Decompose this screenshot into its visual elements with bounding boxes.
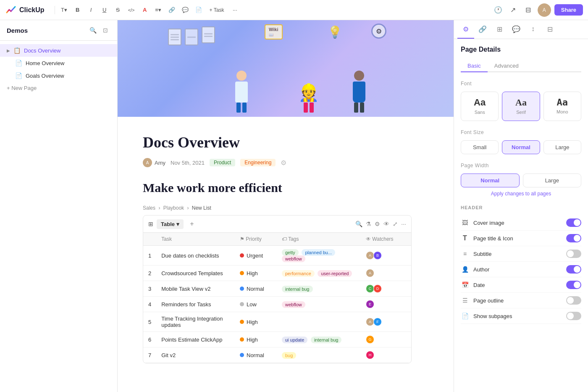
- panel-tab-settings[interactable]: ⚙: [457, 20, 474, 39]
- caret-icon: ▶: [7, 48, 10, 53]
- content-area: Wiki📖 💡 ⚙ 👷: [118, 20, 454, 392]
- font-option-sans[interactable]: Aa Sans: [461, 92, 499, 121]
- user-avatar: A: [538, 3, 551, 17]
- expand-icon[interactable]: ⤢: [393, 221, 398, 227]
- illus-doc3: [185, 29, 198, 45]
- toggle-author[interactable]: [566, 265, 581, 274]
- watchers-cell: E: [361, 297, 411, 312]
- sidebar-item-home-overview[interactable]: 📄 Home Overview: [0, 57, 117, 69]
- panel-tab-view[interactable]: ⊟: [541, 20, 558, 39]
- watcher-avatar: C: [366, 284, 374, 293]
- priority-cell: Low: [235, 297, 277, 312]
- font-option-mono[interactable]: Aa Mono: [543, 92, 581, 121]
- collapse-btn[interactable]: ⊡: [100, 25, 110, 35]
- toggle-subtitle[interactable]: [566, 250, 581, 258]
- link-btn[interactable]: 🔗: [166, 4, 178, 16]
- strikethrough-btn[interactable]: S: [112, 4, 124, 16]
- width-large[interactable]: Large: [523, 174, 582, 187]
- person3: [353, 71, 365, 113]
- priority-dot: [240, 253, 244, 258]
- search-btn[interactable]: 🔍: [88, 25, 98, 35]
- table-view-label: Table: [161, 221, 175, 227]
- text-format-btn[interactable]: T▾: [58, 4, 70, 16]
- breadcrumb: Sales › Playbook › New List: [143, 205, 412, 211]
- panel-sub-tab-advanced[interactable]: Advanced: [488, 60, 525, 72]
- tags-cell: bug: [277, 347, 361, 363]
- toolbar: ClickUp T▾ B I U S </> A ≡▾ 🔗 💬 📄 + Task…: [0, 0, 588, 20]
- toggle-outline[interactable]: [566, 296, 581, 305]
- row-num: 5: [143, 312, 156, 332]
- doc-date: Nov 5th, 2021: [171, 160, 205, 166]
- toggle-title[interactable]: [566, 234, 581, 242]
- panel-tab-comment[interactable]: 💬: [508, 20, 525, 39]
- filter-icon[interactable]: ⚗: [366, 221, 371, 227]
- table-add-view-btn[interactable]: +: [187, 219, 197, 229]
- toggle-cover[interactable]: [566, 218, 581, 227]
- workspace-title: Demos: [7, 27, 28, 34]
- sidebar-item-goals-overview[interactable]: 📄 Goals Overview: [0, 69, 117, 82]
- priority-cell: High: [235, 312, 277, 332]
- doc-btn[interactable]: 📄: [193, 4, 205, 16]
- sidebar-nav: ▶ 📋 Docs Overview 📄 Home Overview 📄 Goal…: [0, 41, 117, 97]
- font-option-serif[interactable]: Aa Serif: [502, 92, 540, 121]
- right-panel: ⚙ 🔗 ⊞ 💬 ↕ ⊟ Page Details Basic Advanced …: [454, 20, 588, 392]
- size-small[interactable]: Small: [461, 140, 499, 154]
- settings-icon[interactable]: ⚙: [281, 159, 286, 167]
- col-watchers: 👁 Watchers: [361, 233, 411, 246]
- new-page-item[interactable]: + New Page: [0, 82, 117, 94]
- breadcrumb-current: New List: [192, 205, 211, 211]
- table-view-btn[interactable]: Table ▾: [157, 219, 184, 229]
- bold-btn[interactable]: B: [72, 4, 84, 16]
- history-btn[interactable]: 🕐: [492, 4, 504, 16]
- illus-doc2: [202, 26, 215, 43]
- underline-btn[interactable]: U: [99, 4, 110, 16]
- share-button[interactable]: Share: [554, 4, 583, 16]
- panel-title: Page Details: [461, 46, 581, 53]
- sidebar-item-label: Docs Overview: [24, 47, 60, 54]
- priority-dot: [240, 302, 244, 306]
- width-normal[interactable]: Normal: [461, 174, 520, 187]
- eye-icon[interactable]: 👁: [383, 221, 389, 227]
- author-name: Amy: [155, 160, 165, 166]
- more-btn[interactable]: ···: [229, 4, 241, 16]
- comment-btn[interactable]: 💬: [179, 4, 191, 16]
- apply-changes-link[interactable]: Apply changes to all pages: [461, 191, 581, 197]
- view-btn[interactable]: ⊟: [522, 4, 534, 16]
- size-large[interactable]: Large: [543, 140, 581, 154]
- export-btn[interactable]: ↗: [507, 4, 519, 16]
- user-avatar-btn[interactable]: A: [538, 3, 551, 17]
- align-btn[interactable]: ≡▾: [152, 4, 164, 16]
- italic-btn[interactable]: I: [85, 4, 97, 16]
- panel-sub-tab-basic[interactable]: Basic: [461, 60, 488, 72]
- toggle-label-date: Date: [473, 282, 566, 288]
- priority-cell: Urgent: [235, 246, 277, 266]
- more-table-icon[interactable]: ···: [401, 221, 406, 227]
- search-table-icon[interactable]: 🔍: [355, 221, 362, 227]
- watchers-cell: AF: [361, 312, 411, 332]
- color-btn[interactable]: A: [139, 4, 151, 16]
- sidebar-item-docs-overview[interactable]: ▶ 📋 Docs Overview: [0, 44, 117, 57]
- priority-cell: High: [235, 266, 277, 281]
- table-row: 4 Reminders for Tasks Low webflow E: [143, 297, 411, 312]
- main-layout: Demos 🔍 ⊡ ▶ 📋 Docs Overview 📄 Home Overv…: [0, 20, 588, 392]
- sidebar-header: Demos 🔍 ⊡: [0, 20, 117, 41]
- size-normal[interactable]: Normal: [502, 140, 540, 154]
- add-task-btn[interactable]: + Task: [206, 4, 228, 16]
- toggle-date[interactable]: [566, 281, 581, 289]
- font-name-sans: Sans: [475, 110, 485, 115]
- clickup-logo-icon: [5, 4, 17, 16]
- panel-tab-link[interactable]: 🔗: [474, 20, 491, 39]
- toggle-row-outline: ☰ Page outline: [461, 293, 581, 308]
- tag-pill: planned bu...: [302, 249, 335, 256]
- author-icon: 👤: [461, 266, 469, 273]
- settings-table-icon[interactable]: ⚙: [375, 221, 380, 227]
- task-name: Time Tracking Integration updates: [156, 312, 235, 332]
- toggle-subpages[interactable]: [566, 312, 581, 320]
- font-aa-sans: Aa: [465, 97, 495, 108]
- panel-tab-sort[interactable]: ↕: [525, 20, 541, 39]
- logo: ClickUp: [5, 4, 45, 16]
- toggle-knob: [574, 282, 580, 288]
- panel-tab-grid[interactable]: ⊞: [491, 20, 508, 39]
- code-btn[interactable]: </>: [126, 4, 137, 16]
- tags-cell: getty planned bu... webflow: [277, 246, 361, 266]
